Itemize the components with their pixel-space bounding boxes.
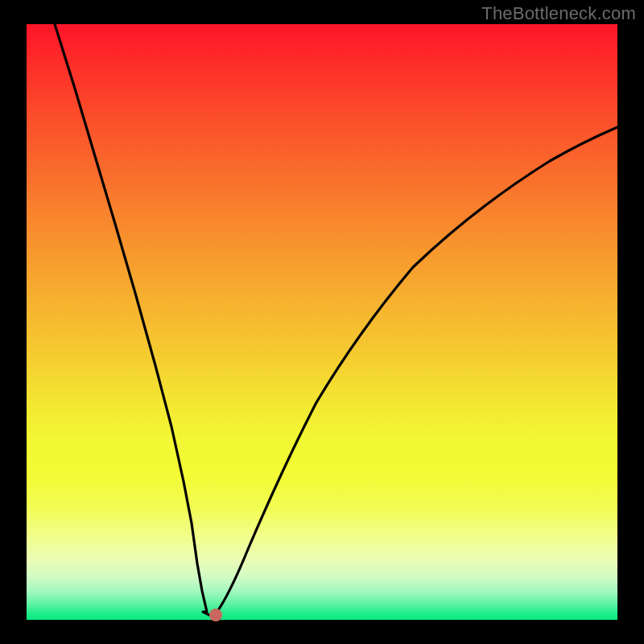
attribution-text: TheBottleneck.com	[481, 3, 636, 24]
curve-right-branch	[213, 127, 617, 617]
plot-area	[27, 24, 617, 620]
curve-left-branch	[55, 24, 213, 617]
bottleneck-curve	[27, 24, 617, 620]
optimal-point-marker	[209, 609, 222, 621]
chart-frame: TheBottleneck.com	[0, 0, 644, 644]
